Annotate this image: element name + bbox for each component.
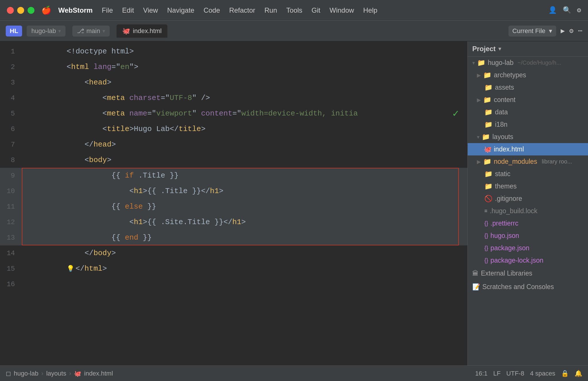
- indent-setting[interactable]: 4 spaces: [530, 370, 555, 377]
- tree-item-themes[interactable]: 📁 themes: [468, 180, 588, 193]
- tree-item-prettierrc[interactable]: {} .prettierrc: [468, 217, 588, 230]
- tree-root[interactable]: ▾ 📁 hugo-lab ~/Code/Hugo/h...: [468, 57, 588, 69]
- statusbar: ◻ hugo-lab › layouts › 🐙 index.html 16:1…: [0, 365, 588, 381]
- tree-item-assets[interactable]: 📁 assets: [468, 81, 588, 94]
- static-folder-icon: 📁: [484, 170, 493, 178]
- menu-help[interactable]: Help: [363, 6, 377, 14]
- project-panel-chevron-icon[interactable]: ▾: [498, 46, 501, 52]
- current-file-selector[interactable]: Current File ▾: [508, 26, 556, 36]
- cursor-position[interactable]: 16:1: [475, 370, 488, 377]
- tree-item-package-json[interactable]: {} package.json: [468, 242, 588, 254]
- project-title: Project: [472, 45, 496, 53]
- tree-item-index-html[interactable]: 🐙 index.html: [468, 143, 588, 155]
- node-modules-sublabel: library roo...: [542, 158, 572, 165]
- settings-icon[interactable]: ⚙: [577, 6, 581, 14]
- titlebar-right: 👤 🔍 ⚙: [548, 6, 581, 14]
- tree-item-i18n[interactable]: 📁 i18n: [468, 118, 588, 131]
- menu-git[interactable]: Git: [312, 6, 320, 14]
- tree-item-content[interactable]: ▶ 📁 content: [468, 94, 588, 106]
- code-line-15: 15 💡</html>: [0, 261, 467, 276]
- bell-icon: 🔔: [575, 370, 582, 377]
- apple-icon[interactable]: 🍎: [41, 5, 51, 15]
- tree-item-archetypes[interactable]: ▶ 📁 archetypes: [468, 69, 588, 81]
- selection-group: 9 {{ if .Title }} 10 <h1>{{ .Title }}</h…: [0, 168, 467, 245]
- hugo-build-lock-label: .hugo_build.lock: [490, 207, 537, 215]
- line-ending[interactable]: LF: [493, 370, 501, 377]
- archetypes-folder-icon: 📁: [483, 71, 492, 79]
- tree-item-hugo-json[interactable]: {} hugo.json: [468, 230, 588, 242]
- line-number-5: 5: [5, 110, 22, 118]
- gitignore-icon: 🚫: [484, 195, 493, 203]
- prettierrc-label: .prettierrc: [490, 220, 518, 227]
- menu-refactor[interactable]: Refactor: [229, 6, 255, 14]
- assets-label: assets: [495, 84, 514, 91]
- package-lock-json-icon: {}: [484, 257, 488, 264]
- menu-edit[interactable]: Edit: [122, 6, 134, 14]
- archetypes-label: archetypes: [494, 71, 526, 79]
- project-panel-header[interactable]: Project ▾: [468, 41, 588, 57]
- code-line-16: 16: [0, 276, 467, 292]
- tree-item-package-lock-json[interactable]: {} package-lock.json: [468, 254, 588, 267]
- statusbar-layouts[interactable]: layouts: [46, 370, 66, 377]
- tree-item-layouts[interactable]: ▾ 📁 layouts: [468, 131, 588, 143]
- status-file-icon: ◻: [6, 370, 11, 377]
- branch-selector[interactable]: ⎇ main ▾: [72, 26, 110, 36]
- statusbar-project[interactable]: hugo-lab: [14, 370, 38, 377]
- tree-item-hugo-build-lock[interactable]: ≡ .hugo_build.lock: [468, 205, 588, 217]
- line-number-7: 7: [5, 141, 22, 149]
- i18n-folder-icon: 📁: [484, 121, 493, 128]
- root-path: ~/Code/Hugo/h...: [518, 59, 561, 66]
- tree-item-gitignore[interactable]: 🚫 .gitignore: [468, 193, 588, 205]
- tree-item-scratches[interactable]: 📝 Scratches and Consoles: [468, 280, 588, 294]
- external-libs-label: External Libraries: [481, 270, 532, 277]
- tree-item-node-modules[interactable]: ▶ 📁 node_modules library roo...: [468, 155, 588, 168]
- account-icon[interactable]: 👤: [548, 6, 557, 14]
- project-name: hugo-lab: [31, 27, 56, 35]
- data-label: data: [495, 108, 508, 116]
- package-json-label: package.json: [490, 244, 529, 252]
- statusbar-file[interactable]: index.html: [84, 370, 113, 377]
- menu-run[interactable]: Run: [264, 6, 277, 14]
- layouts-chevron-icon: ▾: [477, 134, 479, 140]
- menu-window[interactable]: Window: [330, 6, 354, 14]
- menu-webstorm[interactable]: WebStorm: [58, 6, 93, 14]
- branch-icon: ⎇: [77, 27, 84, 35]
- current-file-label: Current File: [512, 27, 546, 34]
- tree-item-external-libraries[interactable]: 🏛 External Libraries: [468, 267, 588, 280]
- scratches-icon: 📝: [472, 283, 480, 291]
- close-button[interactable]: [7, 7, 14, 14]
- maximize-button[interactable]: [28, 7, 34, 14]
- root-name: hugo-lab: [488, 59, 514, 67]
- menu-view[interactable]: View: [143, 6, 158, 14]
- lock-icon: 🔒: [561, 370, 569, 377]
- tree-item-data[interactable]: 📁 data: [468, 106, 588, 118]
- search-icon[interactable]: 🔍: [563, 6, 571, 14]
- line-number-8: 8: [5, 156, 22, 164]
- debug-button[interactable]: ⚙: [569, 27, 573, 35]
- more-options-icon[interactable]: ⋯: [578, 27, 582, 35]
- i18n-label: i18n: [495, 121, 507, 128]
- minimize-button[interactable]: [17, 7, 24, 14]
- tree-item-static[interactable]: 📁 static: [468, 168, 588, 180]
- menu-file[interactable]: File: [102, 6, 113, 14]
- content-folder-icon: 📁: [483, 96, 492, 104]
- menu-items: WebStorm File Edit View Navigate Code Re…: [58, 6, 377, 14]
- run-button[interactable]: ▶: [561, 27, 565, 35]
- line-number-2: 2: [5, 63, 22, 71]
- code-editor[interactable]: 1 <!doctype html> 2 <html lang="en"> 3 <…: [0, 41, 467, 365]
- content-chevron-icon: ▶: [477, 97, 481, 103]
- index-html-label: index.html: [494, 145, 524, 153]
- file-tab[interactable]: 🐙 index.html: [117, 24, 167, 38]
- traffic-lights[interactable]: [7, 7, 34, 14]
- assets-folder-icon: 📁: [484, 84, 493, 91]
- project-selector[interactable]: hugo-lab ▾: [27, 26, 65, 36]
- encoding[interactable]: UTF-8: [506, 370, 524, 377]
- line-number-9: 9: [5, 172, 22, 180]
- themes-folder-icon: 📁: [484, 182, 493, 190]
- menu-tools[interactable]: Tools: [286, 6, 302, 14]
- statusbar-right: 16:1 LF UTF-8 4 spaces 🔒 🔔: [475, 370, 582, 377]
- line-number-11: 11: [5, 203, 22, 211]
- menu-code[interactable]: Code: [204, 6, 220, 14]
- index-html-icon: 🐙: [484, 146, 492, 153]
- menu-navigate[interactable]: Navigate: [167, 6, 194, 14]
